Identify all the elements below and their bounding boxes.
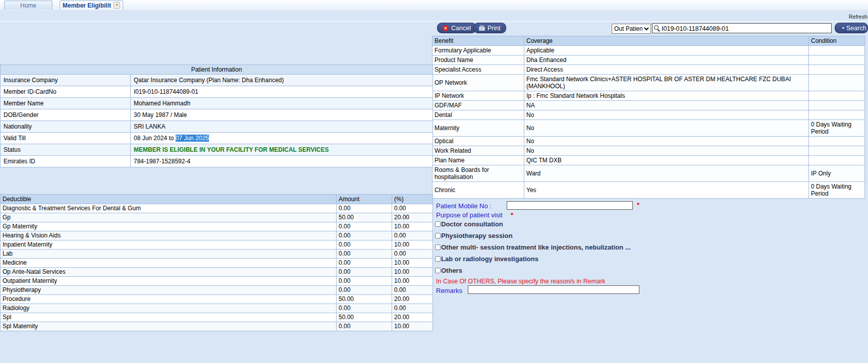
deductible-name-cell: Gp (1, 213, 337, 222)
deductible-name-cell: Op Ante-Natal Services (1, 268, 337, 277)
cancel-button-label: Cancel (451, 25, 471, 32)
patient-info-row: DOB/Gender30 May 1987 / Male (1, 109, 433, 121)
deductible-row: Gp50.0020.00 (1, 213, 433, 222)
patient-info-value: Mohamed Hammadh (131, 98, 433, 109)
deductible-amount-cell: 0.00 (337, 259, 392, 268)
benefit-cell: Maternity (432, 120, 524, 137)
deductible-percent-cell: 10.00 (392, 322, 433, 331)
purpose-option-checkbox[interactable] (435, 268, 441, 273)
patient-info-row: NationalitySRI LANKA (1, 121, 433, 133)
condition-cell (809, 156, 865, 165)
deductible-name-cell: Radiology (1, 304, 337, 313)
patient-info-value: SRI LANKA (131, 121, 433, 133)
deductible-row: Spl Maternity0.0010.00 (1, 322, 433, 331)
search-button-label: Search (846, 25, 866, 32)
coverage-cell: Yes (524, 182, 809, 199)
patient-info-label: Member Name (1, 98, 131, 109)
condition-cell (809, 110, 865, 120)
benefit-table-row: ChronicYes0 Days Waiting Period (432, 182, 865, 199)
purpose-option: Others (435, 265, 631, 276)
patient-type-select[interactable]: Out Patient (612, 24, 651, 34)
patient-mobile-label: Patient Mobile No : (436, 202, 492, 210)
benefit-table-row: OP NetworkFmc Standard Network Clinics+A… (432, 75, 865, 91)
printer-icon (479, 27, 485, 31)
patient-info-label: Valid Till (1, 133, 131, 144)
valid-till-selected-date: 07 Jun 2025 (176, 135, 209, 142)
patient-info-label: Insurance Company (1, 75, 131, 86)
patient-info-label: Status (1, 144, 131, 156)
print-button[interactable]: Print (473, 23, 506, 33)
search-button[interactable]: Search (835, 23, 868, 33)
benefit-header: Benefit (432, 36, 524, 46)
patient-info-row: Insurance CompanyQatar Insurance Company… (1, 75, 433, 86)
deductible-name-cell: Diagnostic & Treatment Services For Dent… (1, 204, 337, 213)
purpose-option-checkbox[interactable] (435, 256, 441, 262)
purpose-option: Physiotherapy session (435, 230, 631, 241)
patient-info-label: Nationality (1, 121, 131, 133)
condition-cell: 0 Days Waiting Period (809, 120, 865, 137)
refresh-link[interactable]: Refresh (849, 14, 867, 20)
deductible-header: Deductible (1, 195, 337, 204)
condition-cell (809, 65, 865, 75)
deductible-name-cell: Spl (1, 313, 337, 322)
tab-member-eligibility[interactable]: Member Eligibilit × (60, 1, 123, 10)
condition-cell (809, 101, 865, 110)
amount-header: Amount (337, 195, 392, 204)
others-instruction-text: In Case Of OTHERS, Please specify the re… (436, 278, 606, 285)
remarks-input[interactable] (468, 285, 639, 294)
purpose-option-checkbox[interactable] (435, 221, 441, 227)
member-eligibility-screen: Home Member Eligibilit × Refresh × Cance… (0, 0, 868, 363)
patient-info-row: StatusMEMBER IS ELIGIBLE IN YOUR FACILIT… (1, 144, 433, 156)
purpose-options-list: Doctor consultationPhysiotherapy session… (435, 218, 631, 276)
deductible-percent-cell: 10.00 (392, 222, 433, 231)
benefit-table-row: MaternityNo0 Days Waiting Period (432, 120, 865, 137)
deductible-row: Outpatient Maternity0.0010.00 (1, 277, 433, 286)
deductible-amount-cell: 50.00 (337, 295, 392, 304)
coverage-cell: Ward (524, 165, 809, 182)
patient-mobile-input[interactable] (507, 201, 633, 210)
remarks-label: Remarks (436, 287, 462, 294)
deductible-percent-cell: 0.00 (392, 304, 433, 313)
toolbar-divider (0, 21, 868, 22)
coverage-cell: Applicable (524, 46, 809, 55)
member-search-input[interactable] (661, 24, 831, 33)
benefit-coverage-table: Benefit Coverage Condition Formulary App… (432, 36, 865, 199)
coverage-cell: NA (524, 101, 809, 110)
purpose-option-checkbox[interactable] (435, 245, 441, 250)
purpose-option-checkbox[interactable] (435, 233, 441, 238)
deductible-row: Diagnostic & Treatment Services For Dent… (1, 204, 433, 213)
print-button-label: Print (487, 25, 501, 32)
deductible-percent-cell: 10.00 (392, 259, 433, 268)
patient-info-value: 784-1987-1528592-4 (131, 156, 433, 167)
deductible-row: Spl50.0020.00 (1, 313, 433, 322)
coverage-cell: Direct Access (524, 65, 809, 75)
purpose-required-marker: * (511, 211, 513, 219)
purpose-option-label: Doctor consultation (441, 220, 503, 228)
patient-info-row: Member NameMohamed Hammadh (1, 98, 433, 109)
cancel-icon: × (443, 25, 449, 31)
benefit-table-row: Product NameDha Enhanced (432, 55, 865, 65)
benefit-table-row: Work RelatedNo (432, 146, 865, 156)
deductible-percent-cell: 20.00 (392, 313, 433, 322)
coverage-cell: No (524, 120, 809, 137)
cancel-button[interactable]: × Cancel (437, 23, 476, 33)
patient-info-label: DOB/Gender (1, 109, 131, 121)
patient-info-value: MEMBER IS ELIGIBLE IN YOUR FACILITY FOR … (131, 144, 433, 156)
deductible-row: Lab0.000.00 (1, 250, 433, 259)
deductible-row: Inpatient Maternity0.0010.00 (1, 240, 433, 250)
member-search-box (652, 23, 832, 33)
deductible-name-cell: Inpatient Maternity (1, 240, 337, 250)
benefit-table-row: DentalNo (432, 110, 865, 120)
benefit-cell: Chronic (432, 182, 524, 199)
tab-home-label: Home (20, 2, 36, 9)
tab-home[interactable]: Home (4, 1, 52, 10)
tab-close-icon[interactable]: × (114, 2, 120, 9)
patient-info-row: Valid Till08 Jun 2024 to 07 Jun 2025 (1, 133, 433, 144)
coverage-cell: No (524, 137, 809, 146)
benefit-cell: GDF/MAF (432, 101, 524, 110)
deductible-amount-cell: 0.00 (337, 240, 392, 250)
purpose-option: Other multi- session treatment like inje… (435, 241, 631, 253)
tab-bar: Home Member Eligibilit × (0, 0, 868, 10)
deductible-amount-cell: 0.00 (337, 268, 392, 277)
patient-information-title: Patient Information (1, 65, 433, 75)
